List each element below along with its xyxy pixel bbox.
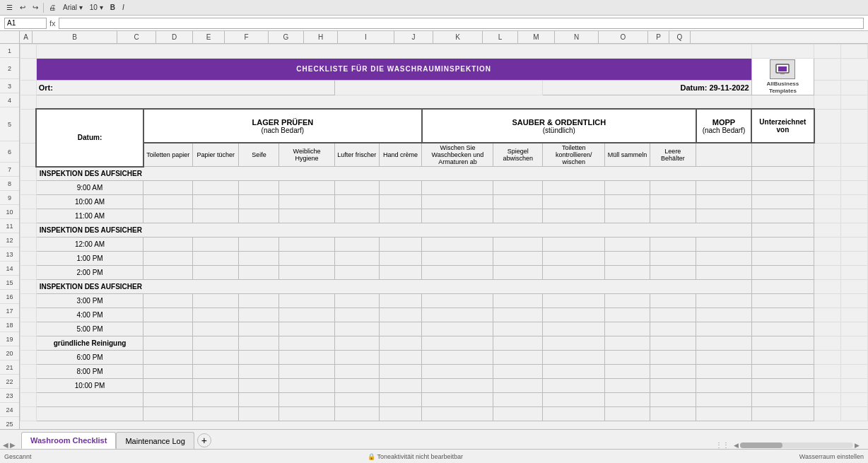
cell-e18 <box>239 322 279 336</box>
cell-i10 <box>422 209 493 223</box>
tab-right-arrow[interactable]: ▶ <box>10 441 16 449</box>
toolbar-font[interactable]: Arial ▾ <box>61 3 85 12</box>
tab-washroom-checklist[interactable]: Washroom Checklist <box>21 432 116 449</box>
cell-a9 <box>20 195 37 209</box>
cell-a19 <box>20 336 37 351</box>
col-i: I <box>338 31 394 43</box>
cell-g14 <box>334 266 379 280</box>
row-num-21: 21 <box>0 361 19 375</box>
row-num-6: 6 <box>0 141 19 163</box>
row-16: 3:00 PM <box>20 294 868 308</box>
col-e: E <box>193 31 225 43</box>
cell-e10 <box>239 209 279 223</box>
toolbar-fontsize[interactable]: 10 ▾ <box>88 3 105 12</box>
tab-left-arrow[interactable]: ◀ <box>3 441 8 449</box>
cell-k13 <box>542 252 604 266</box>
col-q: Q <box>669 31 691 43</box>
content-area: CHECKLISTE FÜR DIE WASCHRAUMINSPEKTION A… <box>20 44 868 429</box>
cell-p20 <box>814 351 841 365</box>
col-f: F <box>225 31 269 43</box>
cell-n19 <box>696 336 751 351</box>
cell-m13 <box>650 252 696 266</box>
time-6: 2:00 PM <box>36 266 143 280</box>
cell-a20 <box>20 351 37 365</box>
status-right: Wasserraum einstellen <box>799 453 864 460</box>
cell-n10 <box>696 209 751 223</box>
cell-m9 <box>650 195 696 209</box>
cell-l21 <box>605 365 650 379</box>
row-num-13: 13 <box>0 247 19 262</box>
col-k: K <box>433 31 483 43</box>
col-sp: Spiegel abwischen <box>493 143 542 167</box>
cell-e13 <box>239 252 279 266</box>
cell-i17 <box>422 308 493 322</box>
cell-h22 <box>379 379 422 393</box>
cell-g3 <box>334 80 542 95</box>
cell-q21 <box>840 365 867 379</box>
cell-h9 <box>379 195 422 209</box>
cell-p17 <box>814 308 841 322</box>
cell-a2 <box>20 59 37 81</box>
cell-o14 <box>751 266 814 280</box>
row-num-8: 8 <box>0 177 19 191</box>
time-12: 10:00 PM <box>36 379 143 393</box>
cell-n22 <box>696 379 751 393</box>
row-num-18: 18 <box>0 318 19 332</box>
cell-d21 <box>192 365 239 379</box>
cell-p9 <box>814 195 841 209</box>
cell-a1 <box>20 45 37 59</box>
time-7: 3:00 PM <box>36 294 143 308</box>
cell-n24 <box>696 407 751 421</box>
scroll-left-btn[interactable]: ◀ <box>734 442 739 449</box>
toolbar-bold[interactable]: B <box>108 3 117 12</box>
cell-k10 <box>542 209 604 223</box>
spreadsheet-area: A B C D E F G H I J K L M N O P Q 1 2 3 … <box>0 31 868 429</box>
time-11: 8:00 PM <box>36 365 143 379</box>
name-box[interactable] <box>4 18 47 29</box>
cell-o18 <box>751 322 814 336</box>
cell-n20 <box>696 351 751 365</box>
row-num-25: 25 <box>0 417 19 429</box>
cell-o17 <box>751 308 814 322</box>
status-left: Gescannt <box>4 453 32 460</box>
cell-e12 <box>239 238 279 252</box>
cell-a16 <box>20 294 37 308</box>
toolbar-menu[interactable]: ☰ <box>4 3 15 12</box>
scroll-right-btn[interactable]: ▶ <box>855 442 860 449</box>
col-a: A <box>20 31 33 43</box>
cell-q4 <box>840 95 867 109</box>
datum-row3: Datum: 29-11-2022 <box>542 80 751 95</box>
tab-maintenance-log[interactable]: Maintenance Log <box>116 432 194 449</box>
cell-d10 <box>192 209 239 223</box>
cell-j9 <box>493 195 542 209</box>
toolbar-redo[interactable]: ↪ <box>30 3 40 12</box>
col-o: O <box>599 31 648 43</box>
cell-l20 <box>605 351 650 365</box>
header-datum: Datum: <box>36 109 143 167</box>
formula-input[interactable] <box>59 18 864 29</box>
cell-c20 <box>143 351 192 365</box>
cell-p25 <box>814 421 841 429</box>
toolbar-italic[interactable]: I <box>120 3 127 12</box>
cell-f18 <box>279 322 334 336</box>
cell-f20 <box>279 351 334 365</box>
row-23 <box>20 393 868 407</box>
cell-i21 <box>422 365 493 379</box>
cell-g16 <box>334 294 379 308</box>
cell-m18 <box>650 322 696 336</box>
cell-g20 <box>334 351 379 365</box>
row-4 <box>20 95 868 109</box>
scroll-track[interactable] <box>740 443 853 448</box>
row-18: 5:00 PM <box>20 322 868 336</box>
cell-c13 <box>143 252 192 266</box>
cell-p6 <box>814 143 841 167</box>
toolbar-print[interactable]: 🖨 <box>47 3 58 12</box>
row-num-17: 17 <box>0 304 19 318</box>
toolbar-undo[interactable]: ↩ <box>18 3 28 12</box>
cell-n21 <box>696 365 751 379</box>
cell-d23 <box>192 393 239 407</box>
cell-q19 <box>840 336 867 351</box>
cell-l22 <box>605 379 650 393</box>
tab-add-button[interactable]: + <box>197 433 211 447</box>
cell-b24 <box>36 407 143 421</box>
